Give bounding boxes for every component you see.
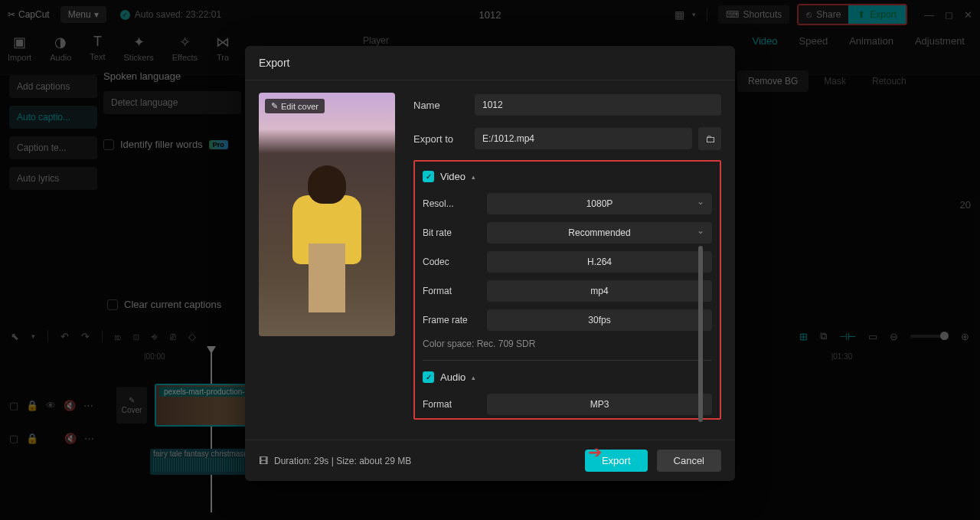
codec-label: Codec <box>423 257 487 267</box>
arrow-annotation: ➔ <box>588 443 602 463</box>
audio-checkbox[interactable]: ✓ <box>423 371 434 383</box>
name-label: Name <box>413 100 475 111</box>
modal-title: Export <box>245 46 735 80</box>
export-to-path: E:/1012.mp4 <box>475 128 692 149</box>
format-select[interactable]: mp4 <box>487 280 712 302</box>
audio-format-label: Format <box>423 399 487 410</box>
format-label: Format <box>423 286 487 296</box>
codec-select[interactable]: H.264 <box>487 251 712 273</box>
color-space-info: Color space: Rec. 709 SDR <box>423 338 712 349</box>
export-to-label: Export to <box>413 133 475 145</box>
audio-section-label: Audio <box>440 371 466 383</box>
folder-icon: 🗀 <box>705 133 715 145</box>
framerate-select[interactable]: 30fps <box>487 309 712 331</box>
cancel-button[interactable]: Cancel <box>657 450 721 472</box>
scrollbar[interactable] <box>698 246 703 422</box>
bitrate-label: Bit rate <box>423 227 487 238</box>
preview-figure <box>308 165 346 204</box>
resolution-select[interactable]: 1080P <box>487 193 712 214</box>
export-modal: Export ✎ Edit cover Name Export to E:/10… <box>245 46 735 481</box>
collapse-icon[interactable]: ▴ <box>472 173 475 181</box>
bitrate-select[interactable]: Recommended <box>487 222 712 244</box>
audio-format-select[interactable]: MP3 <box>487 394 712 415</box>
export-settings-highlight: ✓ Video ▴ Resol... 1080P Bit rate Recomm… <box>413 160 721 420</box>
preview-figure <box>309 244 345 312</box>
video-section-label: Video <box>440 171 466 182</box>
resolution-label: Resol... <box>423 198 487 209</box>
edit-cover-label: Edit cover <box>281 102 318 111</box>
cover-preview: ✎ Edit cover <box>259 93 395 336</box>
collapse-icon[interactable]: ▴ <box>472 374 475 381</box>
framerate-label: Frame rate <box>423 315 487 325</box>
divider <box>423 360 712 361</box>
duration-text: Duration: 29s | Size: about 29 MB <box>274 456 411 466</box>
browse-folder-button[interactable]: 🗀 <box>698 127 721 150</box>
name-input[interactable] <box>475 94 721 116</box>
pencil-icon: ✎ <box>271 101 278 111</box>
video-checkbox[interactable]: ✓ <box>423 171 434 182</box>
film-icon: 🎞 <box>259 456 268 466</box>
edit-cover-button[interactable]: ✎ Edit cover <box>265 99 325 113</box>
